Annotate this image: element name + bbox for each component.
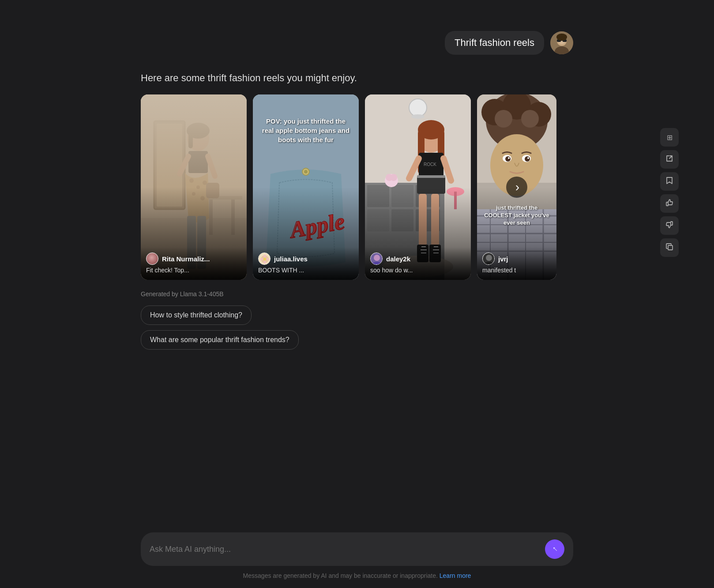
reel-card[interactable]: ROCK	[365, 94, 471, 280]
reel-username: juliaa.lives	[274, 255, 308, 263]
action-sidebar: ⊞	[660, 128, 679, 257]
svg-point-39	[263, 261, 266, 264]
svg-rect-109	[668, 245, 673, 250]
reel-bottom-4: jvrj manifested t	[477, 247, 556, 280]
learn-more-link[interactable]: Learn more	[440, 572, 471, 579]
reel-description: soo how do w...	[370, 267, 466, 274]
copy-button[interactable]	[660, 238, 679, 257]
suggestion-chip-2[interactable]: What are some popular thrift fashion tre…	[141, 330, 299, 350]
copy-icon	[666, 243, 673, 253]
ai-response: Here are some thrift fashion reels you m…	[141, 72, 573, 588]
svg-point-37	[263, 258, 266, 260]
send-icon: ↑	[550, 544, 559, 553]
user-message-text: Thrift fashion reels	[455, 37, 534, 48]
reel-overlay-text: POV: you just thrifted the real apple bo…	[253, 117, 359, 144]
share-button[interactable]	[660, 150, 679, 169]
reel-avatar	[258, 253, 271, 265]
thumbs-up-icon	[665, 199, 673, 208]
play-next-button[interactable]	[506, 177, 527, 198]
avatar	[550, 31, 573, 54]
reel-avatar	[370, 253, 383, 265]
reel-card[interactable]: just thrifted the COOLEST jacket you've …	[477, 94, 556, 280]
sliders-icon: ⊞	[667, 133, 673, 142]
svg-point-38	[263, 255, 266, 257]
chat-input[interactable]	[150, 545, 540, 554]
input-area: ↑ Messages are generated by AI and may b…	[141, 532, 573, 588]
reel-description: Fit check! Top...	[146, 267, 241, 274]
reel-card[interactable]: Apple Apple POV: you just thrifted the r…	[253, 94, 359, 280]
reel-author-row: juliaa.lives	[258, 253, 353, 265]
chat-container: Thrift fashion reels	[114, 0, 600, 588]
bookmark-button[interactable]	[660, 172, 679, 191]
send-button[interactable]: ↑	[545, 539, 564, 559]
reel-bottom-1: Rita Nurmaliz... Fit check! Top...	[141, 247, 247, 280]
reel-bottom-3: daley2k soo how do w...	[365, 247, 471, 280]
share-icon	[665, 155, 673, 164]
svg-point-41	[267, 258, 269, 260]
reel-avatar	[482, 253, 495, 265]
reel-username: Rita Nurmaliz...	[162, 255, 210, 263]
reel-username: jvrj	[498, 255, 508, 263]
reel-description: manifested t	[482, 267, 551, 274]
bookmark-icon	[666, 177, 673, 186]
thumbs-down-icon	[665, 221, 673, 230]
reel-author-row: Rita Nurmaliz...	[146, 253, 241, 265]
thumbs-down-button[interactable]	[660, 216, 679, 235]
svg-point-40	[260, 258, 263, 260]
svg-point-107	[486, 255, 492, 261]
filter-button[interactable]: ⊞	[660, 128, 679, 147]
svg-point-79	[374, 255, 380, 261]
suggestions-container: How to style thrifted clothing? What are…	[141, 305, 573, 350]
input-wrapper: ↑	[141, 532, 573, 566]
user-message-bubble: Thrift fashion reels	[445, 31, 544, 55]
app-container: Thrift fashion reels	[0, 0, 714, 588]
suggestion-chip-1[interactable]: How to style thrifted clothing?	[141, 305, 252, 325]
ai-intro-text: Here are some thrift fashion reels you m…	[141, 72, 573, 84]
disclaimer-text: Messages are generated by AI and may be …	[141, 572, 573, 579]
reel-avatar	[146, 253, 158, 265]
svg-point-7	[556, 34, 567, 41]
reel-overlay-text-4: just thrifted the COOLEST jacket you've …	[477, 204, 556, 227]
reels-row: Rita Nurmaliz... Fit check! Top...	[141, 94, 573, 280]
user-message-row: Thrift fashion reels	[141, 31, 573, 55]
reel-username: daley2k	[386, 255, 410, 263]
thumbs-up-button[interactable]	[660, 194, 679, 213]
reel-bottom-2: juliaa.lives BOOTS WITH ...	[253, 247, 359, 280]
reel-author-row: daley2k	[370, 253, 466, 265]
reel-author-row: jvrj	[482, 253, 551, 265]
generated-by-text: Generated by Llama 3.1-405B	[141, 290, 573, 298]
reel-card[interactable]: Rita Nurmaliz... Fit check! Top...	[141, 94, 247, 280]
user-avatar-img	[550, 31, 573, 54]
reel-description: BOOTS WITH ...	[258, 267, 353, 274]
